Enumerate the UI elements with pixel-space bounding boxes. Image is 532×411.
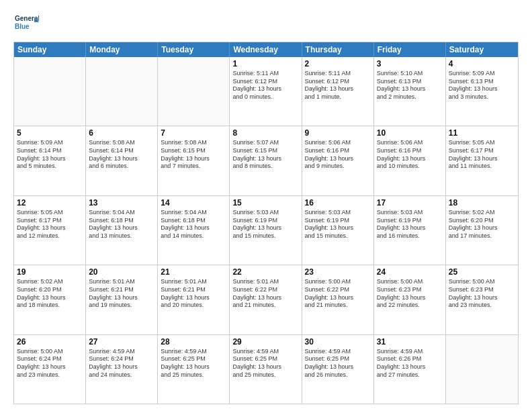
day-number: 15 <box>232 198 298 208</box>
cal-week-1: 1Sunrise: 5:11 AMSunset: 6:12 PMDaylight… <box>14 57 518 126</box>
day-number: 24 <box>377 267 443 277</box>
cal-header-friday: Friday <box>374 42 446 57</box>
cal-cell: 11Sunrise: 5:05 AMSunset: 6:17 PMDayligh… <box>446 126 518 195</box>
logo: General Blue <box>13 11 39 36</box>
cell-info: Sunrise: 5:09 AMSunset: 6:14 PMDaylight:… <box>17 139 83 171</box>
cal-cell <box>158 57 230 126</box>
day-number: 8 <box>232 128 298 138</box>
cell-info: Sunrise: 4:59 AMSunset: 6:25 PMDaylight:… <box>161 348 226 379</box>
day-number: 5 <box>17 128 83 138</box>
cell-info: Sunrise: 5:08 AMSunset: 6:14 PMDaylight:… <box>89 139 154 171</box>
cell-info: Sunrise: 5:03 AMSunset: 6:19 PMDaylight:… <box>232 209 298 240</box>
cal-cell: 10Sunrise: 5:06 AMSunset: 6:16 PMDayligh… <box>374 126 446 195</box>
cell-info: Sunrise: 5:03 AMSunset: 6:19 PMDaylight:… <box>377 209 443 240</box>
cal-header-monday: Monday <box>86 42 158 57</box>
cal-cell: 25Sunrise: 5:00 AMSunset: 6:23 PMDayligh… <box>446 265 518 334</box>
cell-info: Sunrise: 5:00 AMSunset: 6:22 PMDaylight:… <box>305 278 371 310</box>
day-number: 25 <box>449 267 515 277</box>
cal-cell: 8Sunrise: 5:07 AMSunset: 6:15 PMDaylight… <box>230 126 302 195</box>
day-number: 16 <box>305 198 371 208</box>
day-number: 26 <box>17 337 83 347</box>
day-number: 10 <box>377 128 443 138</box>
cell-info: Sunrise: 4:59 AMSunset: 6:25 PMDaylight:… <box>305 348 371 379</box>
day-number: 14 <box>161 198 226 208</box>
cell-info: Sunrise: 5:11 AMSunset: 6:12 PMDaylight:… <box>305 70 371 101</box>
cell-info: Sunrise: 5:06 AMSunset: 6:16 PMDaylight:… <box>305 139 371 171</box>
cal-week-2: 5Sunrise: 5:09 AMSunset: 6:14 PMDaylight… <box>14 126 518 195</box>
calendar-body: 1Sunrise: 5:11 AMSunset: 6:12 PMDaylight… <box>14 57 518 404</box>
cal-cell: 3Sunrise: 5:10 AMSunset: 6:13 PMDaylight… <box>374 57 446 126</box>
day-number: 13 <box>89 198 154 208</box>
cal-cell: 14Sunrise: 5:04 AMSunset: 6:18 PMDayligh… <box>158 196 230 265</box>
cal-week-4: 19Sunrise: 5:02 AMSunset: 6:20 PMDayligh… <box>14 265 518 334</box>
cal-cell: 13Sunrise: 5:04 AMSunset: 6:18 PMDayligh… <box>86 196 158 265</box>
cell-info: Sunrise: 5:01 AMSunset: 6:21 PMDaylight:… <box>161 278 226 310</box>
cal-cell: 27Sunrise: 4:59 AMSunset: 6:24 PMDayligh… <box>86 335 158 404</box>
cal-header-saturday: Saturday <box>446 42 518 57</box>
cell-info: Sunrise: 5:07 AMSunset: 6:15 PMDaylight:… <box>232 139 298 171</box>
cal-cell: 31Sunrise: 4:59 AMSunset: 6:26 PMDayligh… <box>374 335 446 404</box>
cal-cell <box>14 57 86 126</box>
cal-cell: 21Sunrise: 5:01 AMSunset: 6:21 PMDayligh… <box>158 265 230 334</box>
day-number: 7 <box>161 128 226 138</box>
cal-cell: 15Sunrise: 5:03 AMSunset: 6:19 PMDayligh… <box>230 196 302 265</box>
cell-info: Sunrise: 5:01 AMSunset: 6:21 PMDaylight:… <box>89 278 154 310</box>
cal-cell: 28Sunrise: 4:59 AMSunset: 6:25 PMDayligh… <box>158 335 230 404</box>
day-number: 30 <box>305 337 371 347</box>
day-number: 6 <box>89 128 154 138</box>
cal-cell <box>86 57 158 126</box>
cal-header-thursday: Thursday <box>302 42 374 57</box>
day-number: 1 <box>232 59 298 68</box>
calendar: SundayMondayTuesdayWednesdayThursdayFrid… <box>13 42 519 404</box>
cal-cell: 29Sunrise: 4:59 AMSunset: 6:25 PMDayligh… <box>230 335 302 404</box>
calendar-header: SundayMondayTuesdayWednesdayThursdayFrid… <box>14 42 518 57</box>
cal-header-sunday: Sunday <box>14 42 86 57</box>
page: General Blue SundayMondayTuesdayWednesda… <box>0 0 532 411</box>
cal-header-tuesday: Tuesday <box>158 42 230 57</box>
cal-cell: 26Sunrise: 5:00 AMSunset: 6:24 PMDayligh… <box>14 335 86 404</box>
cal-week-5: 26Sunrise: 5:00 AMSunset: 6:24 PMDayligh… <box>14 335 518 404</box>
day-number: 4 <box>449 59 515 68</box>
cell-info: Sunrise: 5:09 AMSunset: 6:13 PMDaylight:… <box>449 70 515 101</box>
day-number: 11 <box>449 128 515 138</box>
day-number: 12 <box>17 198 83 208</box>
cell-info: Sunrise: 4:59 AMSunset: 6:24 PMDaylight:… <box>89 348 154 379</box>
cal-cell: 6Sunrise: 5:08 AMSunset: 6:14 PMDaylight… <box>86 126 158 195</box>
day-number: 22 <box>232 267 298 277</box>
day-number: 23 <box>305 267 371 277</box>
day-number: 3 <box>377 59 443 68</box>
day-number: 18 <box>449 198 515 208</box>
cell-info: Sunrise: 5:05 AMSunset: 6:17 PMDaylight:… <box>17 209 83 240</box>
cal-cell: 20Sunrise: 5:01 AMSunset: 6:21 PMDayligh… <box>86 265 158 334</box>
cell-info: Sunrise: 5:02 AMSunset: 6:20 PMDaylight:… <box>17 278 83 310</box>
cell-info: Sunrise: 5:08 AMSunset: 6:15 PMDaylight:… <box>161 139 226 171</box>
header: General Blue <box>13 11 519 36</box>
cell-info: Sunrise: 5:06 AMSunset: 6:16 PMDaylight:… <box>377 139 443 171</box>
svg-text:Blue: Blue <box>15 23 30 30</box>
cell-info: Sunrise: 5:00 AMSunset: 6:24 PMDaylight:… <box>17 348 83 379</box>
cal-cell: 19Sunrise: 5:02 AMSunset: 6:20 PMDayligh… <box>14 265 86 334</box>
cell-info: Sunrise: 5:01 AMSunset: 6:22 PMDaylight:… <box>232 278 298 310</box>
day-number: 17 <box>377 198 443 208</box>
day-number: 31 <box>377 337 443 347</box>
cal-cell: 2Sunrise: 5:11 AMSunset: 6:12 PMDaylight… <box>302 57 374 126</box>
cal-cell: 22Sunrise: 5:01 AMSunset: 6:22 PMDayligh… <box>230 265 302 334</box>
cal-cell: 9Sunrise: 5:06 AMSunset: 6:16 PMDaylight… <box>302 126 374 195</box>
cal-cell: 23Sunrise: 5:00 AMSunset: 6:22 PMDayligh… <box>302 265 374 334</box>
day-number: 28 <box>161 337 226 347</box>
cal-cell: 24Sunrise: 5:00 AMSunset: 6:23 PMDayligh… <box>374 265 446 334</box>
cell-info: Sunrise: 5:00 AMSunset: 6:23 PMDaylight:… <box>449 278 515 310</box>
day-number: 27 <box>89 337 154 347</box>
cal-cell: 7Sunrise: 5:08 AMSunset: 6:15 PMDaylight… <box>158 126 230 195</box>
cal-cell: 12Sunrise: 5:05 AMSunset: 6:17 PMDayligh… <box>14 196 86 265</box>
day-number: 29 <box>232 337 298 347</box>
cell-info: Sunrise: 4:59 AMSunset: 6:26 PMDaylight:… <box>377 348 443 379</box>
cell-info: Sunrise: 5:03 AMSunset: 6:19 PMDaylight:… <box>305 209 371 240</box>
cal-week-3: 12Sunrise: 5:05 AMSunset: 6:17 PMDayligh… <box>14 196 518 265</box>
cell-info: Sunrise: 5:10 AMSunset: 6:13 PMDaylight:… <box>377 70 443 101</box>
cell-info: Sunrise: 5:00 AMSunset: 6:23 PMDaylight:… <box>377 278 443 310</box>
cell-info: Sunrise: 4:59 AMSunset: 6:25 PMDaylight:… <box>232 348 298 379</box>
cal-header-wednesday: Wednesday <box>230 42 302 57</box>
day-number: 19 <box>17 267 83 277</box>
cell-info: Sunrise: 5:11 AMSunset: 6:12 PMDaylight:… <box>232 70 298 101</box>
